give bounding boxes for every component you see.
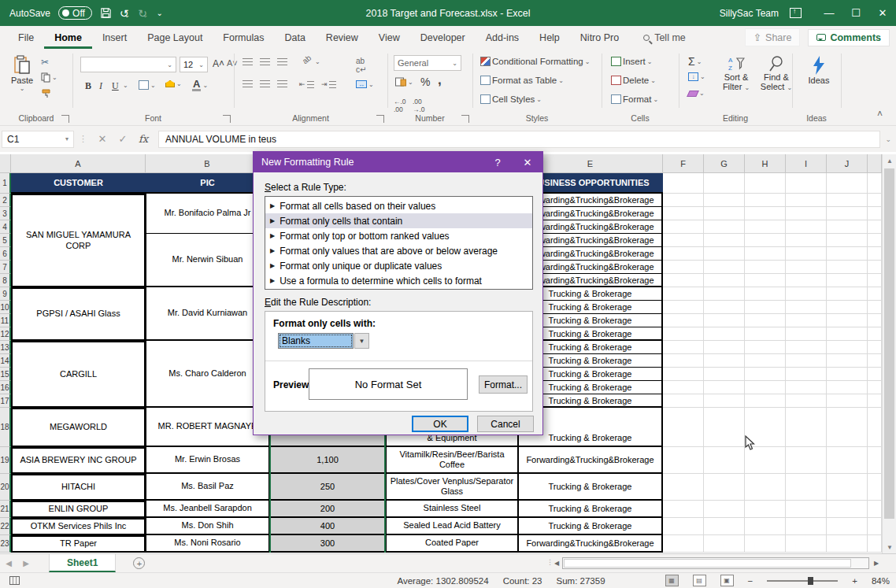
row-header-23[interactable]: 23: [0, 535, 11, 553]
cell-I11[interactable]: [786, 314, 827, 327]
cell-F18[interactable]: [663, 408, 704, 447]
col-header-I[interactable]: I: [786, 154, 827, 173]
align-center-button[interactable]: [260, 80, 270, 87]
comments-button[interactable]: Comments: [808, 29, 890, 46]
format-button[interactable]: Format...: [479, 375, 528, 394]
cell-H21[interactable]: [745, 501, 786, 518]
align-right-button[interactable]: [277, 80, 287, 87]
col-header-G[interactable]: G: [704, 154, 745, 173]
cell-spare21[interactable]: [868, 501, 882, 518]
cancel-button[interactable]: Cancel: [477, 416, 534, 432]
cell-J4[interactable]: [827, 220, 868, 234]
cell-D21[interactable]: Stainless Steel: [386, 501, 518, 518]
alignment-dialog-launcher[interactable]: [376, 115, 384, 123]
cell-H18[interactable]: [745, 408, 786, 447]
cell-spare6[interactable]: [868, 247, 882, 261]
cell-I5[interactable]: [786, 234, 827, 247]
cell-spare14[interactable]: [868, 354, 882, 368]
cell-B23[interactable]: Ms. Noni Rosario: [146, 535, 269, 553]
row-header-1[interactable]: 1: [0, 173, 11, 194]
cell-spare23[interactable]: [868, 535, 882, 553]
cell-I2[interactable]: [786, 194, 827, 207]
vertical-scrollbar[interactable]: ▲ ▼: [882, 154, 896, 553]
cell-H1[interactable]: [745, 173, 786, 194]
row-header-20[interactable]: 20: [0, 474, 11, 501]
row-header-5[interactable]: 5: [0, 234, 11, 247]
horizontal-scrollbar[interactable]: [562, 557, 869, 569]
tab-home[interactable]: Home: [44, 26, 92, 49]
scroll-up-icon[interactable]: ▲: [883, 154, 896, 167]
cell-H9[interactable]: [745, 287, 786, 301]
tab-add-ins[interactable]: Add-ins: [476, 26, 529, 49]
sheet-nav-left-icon[interactable]: ◀: [0, 559, 17, 568]
condition-dropdown-arrow-icon[interactable]: ▼: [354, 333, 369, 349]
font-size-combo[interactable]: 12⌄: [180, 57, 208, 72]
cell-I9[interactable]: [786, 287, 827, 301]
row-header-6[interactable]: 6: [0, 247, 11, 261]
cell-G21[interactable]: [704, 501, 745, 518]
cell-spare8[interactable]: [868, 274, 882, 287]
name-box[interactable]: C1▾: [2, 131, 74, 148]
cell-A19[interactable]: ASIA BREWERY INC GROUP: [11, 447, 146, 474]
cell-I7[interactable]: [786, 261, 827, 274]
cell-spare17[interactable]: [868, 394, 882, 408]
row-header-10[interactable]: 10: [0, 301, 11, 314]
dialog-close-button[interactable]: ✕: [513, 152, 542, 172]
cell-I12[interactable]: [786, 327, 827, 341]
cell-H14[interactable]: [745, 354, 786, 368]
number-dialog-launcher[interactable]: [461, 115, 469, 123]
cell-J3[interactable]: [827, 207, 868, 220]
row-header-17[interactable]: 17: [0, 394, 11, 408]
cell-F12[interactable]: [663, 327, 704, 341]
row-header-14[interactable]: 14: [0, 354, 11, 368]
copy-button[interactable]: ⌄: [41, 72, 57, 83]
cell-J21[interactable]: [827, 501, 868, 518]
row-header-9[interactable]: 9: [0, 287, 11, 301]
cell-A9[interactable]: PGPSI / ASAHI Glass: [11, 287, 146, 341]
rule-type-item[interactable]: ▶Format only top or bottom ranked values: [265, 228, 532, 243]
tab-data[interactable]: Data: [274, 26, 315, 49]
shrink-font-button[interactable]: A˅: [227, 58, 238, 68]
cell-H7[interactable]: [745, 261, 786, 274]
cell-J17[interactable]: [827, 394, 868, 408]
cell-C23[interactable]: 300: [271, 535, 384, 553]
sheet-tab[interactable]: Sheet1: [49, 554, 116, 572]
sort-filter-button[interactable]: AZ Sort & Filter ⌄: [716, 55, 756, 91]
font-dialog-launcher[interactable]: [223, 115, 231, 123]
cell-H11[interactable]: [745, 314, 786, 327]
normal-view-icon[interactable]: ▦: [665, 575, 679, 586]
col-header-J[interactable]: J: [827, 154, 868, 173]
cell-spare2[interactable]: [868, 194, 882, 207]
cell-G7[interactable]: [704, 261, 745, 274]
cell-A23[interactable]: TR Paper: [11, 535, 146, 553]
cell-G16[interactable]: [704, 381, 745, 394]
cell-B18[interactable]: MR. ROBERT MAGNAYE: [146, 408, 269, 447]
cell-E21[interactable]: Trucking & Brokerage: [518, 501, 663, 518]
cell-D22[interactable]: Sealed Lead Acid Battery: [386, 518, 518, 535]
cell-B1[interactable]: PIC: [146, 173, 269, 194]
rule-type-item[interactable]: ▶Format all cells based on their values: [265, 198, 532, 213]
orientation-chevron-icon[interactable]: ⌄: [315, 58, 320, 65]
cell-J19[interactable]: [827, 447, 868, 474]
format-painter-button[interactable]: [41, 88, 51, 98]
cell-F7[interactable]: [663, 261, 704, 274]
cancel-entry-icon[interactable]: ✕: [92, 133, 113, 145]
cell-spare13[interactable]: [868, 341, 882, 354]
cell-G5[interactable]: [704, 234, 745, 247]
cell-G9[interactable]: [704, 287, 745, 301]
cell-G8[interactable]: [704, 274, 745, 287]
macro-record-icon[interactable]: [9, 576, 20, 585]
expand-formula-bar-icon[interactable]: ⌄: [885, 135, 891, 143]
cell-I23[interactable]: [786, 535, 827, 553]
cell-J15[interactable]: [827, 368, 868, 381]
fill-color-button[interactable]: ⌄: [165, 80, 182, 87]
cell-J1[interactable]: [827, 173, 868, 194]
cell-F23[interactable]: [663, 535, 704, 553]
cell-J2[interactable]: [827, 194, 868, 207]
borders-button[interactable]: ⌄: [139, 80, 156, 90]
cell-J10[interactable]: [827, 301, 868, 314]
row-header-11[interactable]: 11: [0, 314, 11, 327]
cell-G13[interactable]: [704, 341, 745, 354]
cell-J9[interactable]: [827, 287, 868, 301]
cell-spare4[interactable]: [868, 220, 882, 234]
